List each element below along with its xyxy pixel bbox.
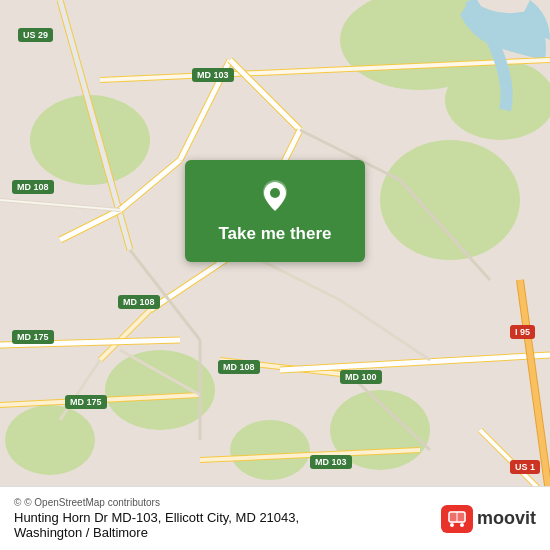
svg-point-7 [230, 420, 310, 480]
map-container: US 29 MD 103 MD 108 MD 108 MD 108 MD 108… [0, 0, 550, 550]
svg-point-6 [5, 405, 95, 475]
moovit-wordmark: moovit [477, 508, 536, 529]
svg-line-33 [280, 355, 550, 370]
moovit-logo: moovit [441, 505, 536, 533]
svg-point-4 [380, 140, 520, 260]
svg-line-48 [340, 300, 430, 360]
location-line1: Hunting Horn Dr MD-103, Ellicott City, M… [14, 510, 299, 525]
location-name: Hunting Horn Dr MD-103, Ellicott City, M… [14, 510, 299, 540]
copyright-symbol: © [14, 497, 21, 508]
moovit-bus-icon [441, 505, 473, 533]
osm-copyright: © © OpenStreetMap contributors [14, 497, 299, 508]
badge-us1: US 1 [510, 460, 540, 474]
svg-line-17 [60, 210, 120, 240]
bottom-bar: © © OpenStreetMap contributors Hunting H… [0, 486, 550, 550]
map-roads-svg [0, 0, 550, 550]
take-me-there-button[interactable]: Take me there [185, 160, 365, 262]
badge-md175-mid: MD 175 [65, 395, 107, 409]
svg-line-50 [60, 360, 100, 420]
badge-us29: US 29 [18, 28, 53, 42]
osm-text: © OpenStreetMap contributors [24, 497, 160, 508]
take-me-there-label: Take me there [218, 224, 331, 244]
badge-i95: I 95 [510, 325, 535, 339]
svg-point-52 [270, 188, 280, 198]
badge-md108-bot: MD 108 [218, 360, 260, 374]
badge-md175-left: MD 175 [12, 330, 54, 344]
badge-md103-bot: MD 103 [310, 455, 352, 469]
badge-md108-mid2: MD 108 [118, 295, 160, 309]
badge-md103-top: MD 103 [192, 68, 234, 82]
location-line2: Washington / Baltimore [14, 525, 148, 540]
badge-md108-left: MD 108 [12, 180, 54, 194]
badge-md100: MD 100 [340, 370, 382, 384]
svg-point-55 [450, 523, 454, 527]
location-pin-icon [257, 178, 293, 214]
svg-line-41 [0, 200, 120, 210]
svg-point-56 [460, 523, 464, 527]
bottom-left-info: © © OpenStreetMap contributors Hunting H… [14, 497, 299, 540]
